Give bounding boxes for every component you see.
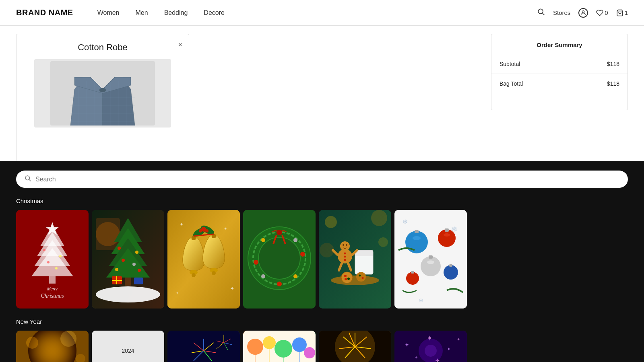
christmas-card-4[interactable] [243,210,316,309]
svg-point-102 [344,275,347,277]
bag-total-value: $118 [607,80,619,87]
svg-rect-47 [134,278,143,284]
search-input[interactable] [35,176,620,183]
svg-point-105 [356,272,366,282]
svg-point-57 [192,273,196,277]
nav-bedding[interactable]: Bedding [164,9,188,16]
new-year-card-2[interactable]: 2024 [92,331,164,362]
svg-text:✦: ✦ [457,337,460,341]
svg-point-106 [359,275,361,277]
new-year-card-4[interactable] [243,331,316,362]
svg-point-118 [421,256,441,276]
svg-point-75 [277,282,282,286]
svg-point-103 [347,278,350,280]
new-year-section: New Year [16,318,628,362]
svg-point-78 [261,238,265,242]
new-year-card-5[interactable] [319,331,391,362]
svg-point-114 [413,236,421,240]
bag-button[interactable]: 1 [616,9,628,16]
close-button[interactable]: × [178,41,182,49]
search-bar[interactable] [16,171,628,188]
nav-decore[interactable]: Decore [204,9,225,16]
svg-point-127 [26,337,38,349]
new-year-card-1[interactable] [16,331,89,362]
product-title: Cotton Robe [25,42,181,53]
svg-point-45 [96,286,160,302]
svg-point-174 [425,345,437,357]
svg-point-147 [247,339,263,355]
svg-point-148 [263,336,276,349]
subtotal-label: Subtotal [500,61,520,67]
svg-point-72 [293,238,297,242]
svg-point-76 [261,274,265,278]
robe-svg [50,61,155,125]
svg-point-83 [378,237,388,247]
svg-point-92 [344,253,346,255]
subtotal-value: $118 [607,61,619,67]
bag-total-row: Bag Total $118 [491,74,627,93]
new-year-card-3[interactable] [167,331,240,362]
nav-men[interactable]: Men [136,9,148,16]
brand-logo[interactable]: BRAND NAME [16,8,73,17]
svg-point-39 [118,247,121,250]
svg-point-90 [343,244,344,246]
christmas-card-1[interactable]: Merry Christmas [16,210,89,309]
stores-button[interactable]: Stores [553,9,570,16]
svg-point-44 [138,269,141,272]
svg-rect-113 [415,230,419,233]
svg-point-107 [362,277,364,279]
svg-point-74 [293,274,297,278]
svg-point-128 [60,331,76,347]
wishlist-button[interactable]: 0 [596,9,608,16]
header: BRAND NAME Women Men Bedding Decore Stor… [0,0,644,26]
svg-point-26 [59,255,62,257]
christmas-card-2[interactable] [92,210,164,309]
wishlist-count: 0 [605,9,608,16]
svg-point-82 [371,210,387,226]
svg-point-151 [304,347,315,358]
product-image [34,59,171,128]
svg-point-65 [205,229,208,232]
svg-text:✦: ✦ [405,341,409,348]
christmas-grid: Merry Christmas [16,210,628,309]
account-icon[interactable] [578,8,588,18]
order-summary-panel: Order Summary Subtotal $118 Bag Total $1… [491,34,628,110]
svg-point-94 [344,259,346,261]
nav-women[interactable]: Women [97,9,120,16]
svg-text:✦: ✦ [180,222,184,227]
svg-point-41 [122,259,125,262]
christmas-card-6[interactable]: ❄ ❄ ❄ [394,210,467,309]
svg-text:2024: 2024 [122,348,134,354]
svg-text:✦: ✦ [224,226,227,231]
svg-text:❄: ❄ [419,297,423,304]
svg-rect-119 [429,255,433,259]
subtotal-row: Subtotal $118 [491,54,627,74]
svg-text:✦: ✦ [415,355,418,360]
order-summary-title: Order Summary [491,34,627,54]
christmas-label: Christmas [16,197,628,204]
svg-point-43 [115,268,118,271]
svg-point-25 [43,249,45,251]
svg-point-117 [444,233,450,237]
new-year-label: New Year [16,318,628,325]
main-content: Cotton Robe × [0,26,644,362]
svg-point-64 [199,229,202,232]
svg-rect-38 [125,278,131,286]
svg-point-149 [275,340,292,358]
svg-text:✦: ✦ [175,291,179,295]
christmas-card-5[interactable] [319,210,391,309]
new-year-grid: 2024 [16,331,628,362]
new-year-card-6[interactable]: ✦ ✦ ✦ ✦ ✦ ✦ [394,331,467,362]
image-search-overlay: Christmas [0,161,644,362]
christmas-card-3[interactable]: ✦ ✦ ✦ ✦ [167,210,240,309]
svg-rect-24 [49,276,56,284]
search-bar-icon [24,175,31,184]
search-icon[interactable] [537,8,545,18]
search-bar-container [16,171,628,188]
svg-point-123 [444,265,458,280]
svg-point-81 [325,216,337,228]
svg-rect-116 [445,228,449,232]
main-nav: Women Men Bedding Decore [97,9,537,16]
svg-rect-122 [411,271,414,274]
svg-rect-130 [92,331,164,362]
